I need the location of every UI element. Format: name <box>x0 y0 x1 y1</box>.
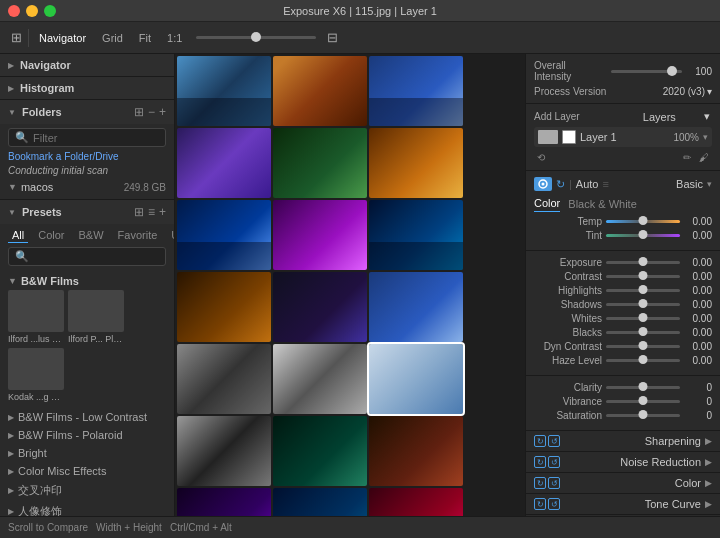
exposure-section: Exposure 0.00 Contrast 0.00 Highlights 0… <box>526 251 720 376</box>
saturation-track[interactable] <box>606 414 680 417</box>
folder-filter-input[interactable] <box>33 132 159 144</box>
photo-cell-4[interactable] <box>177 128 271 198</box>
tab-favorite[interactable]: Favorite <box>114 228 162 243</box>
histogram-header[interactable]: ▶ Histogram <box>0 77 174 99</box>
reset-icon: ↺ <box>548 477 560 489</box>
vibrance-track[interactable] <box>606 400 680 403</box>
presets-grid-icon[interactable]: ⊞ <box>134 205 144 219</box>
minimize-button[interactable] <box>26 5 38 17</box>
tone-curve-label: Tone Curve <box>564 498 701 510</box>
tint-track[interactable] <box>606 234 680 237</box>
tab-color[interactable]: Color <box>534 197 560 212</box>
shadows-track[interactable] <box>606 303 680 306</box>
preset-bright[interactable]: ▶ Bright <box>8 444 166 462</box>
preset-color-misc[interactable]: ▶ Color Misc Effects <box>8 462 166 480</box>
temp-track[interactable] <box>606 220 680 223</box>
preset-thumb-kodak[interactable]: Kodak ...g 2745 <box>8 348 64 402</box>
contrast-track[interactable] <box>606 275 680 278</box>
photo-cell-8[interactable] <box>273 200 367 270</box>
photo-cell-18[interactable] <box>369 416 463 486</box>
photo-cell-11[interactable] <box>273 272 367 342</box>
color-panel-row[interactable]: ↻ ↺ Color ▶ <box>526 473 720 494</box>
fit-btn[interactable]: Fit <box>133 30 157 46</box>
photo-cell-17[interactable] <box>273 416 367 486</box>
layer-thumbnail <box>538 130 558 144</box>
bw-films-group-header[interactable]: ▼ B&W Films <box>8 272 166 290</box>
photo-cell-1[interactable] <box>177 56 271 126</box>
photo-cell-10[interactable] <box>177 272 271 342</box>
layer-row[interactable]: Layer 1 100% ▾ <box>534 127 712 147</box>
layers-dropdown-arrow[interactable]: ▾ <box>702 110 712 123</box>
grid-btn[interactable]: Grid <box>96 30 129 46</box>
photo-cell-15-selected[interactable] <box>369 344 463 414</box>
tab-bw[interactable]: B&W <box>75 228 108 243</box>
haze-level-track[interactable] <box>606 359 680 362</box>
blacks-track[interactable] <box>606 331 680 334</box>
folder-minus-icon[interactable]: − <box>148 105 155 119</box>
folder-new-icon[interactable]: ⊞ <box>134 105 144 119</box>
photo-cell-16[interactable] <box>177 416 271 486</box>
photo-cell-5[interactable] <box>273 128 367 198</box>
highlights-track[interactable] <box>606 289 680 292</box>
presets-filter-input[interactable] <box>33 251 171 263</box>
tab-user[interactable]: User <box>167 228 175 243</box>
basic-dropdown-arrow[interactable]: ▾ <box>707 179 712 189</box>
clarity-track[interactable] <box>606 386 680 389</box>
preset-bw-polaroid[interactable]: ▶ B&W Films - Polaroid <box>8 426 166 444</box>
preset-thumb-ilford50[interactable]: Ilford P... Plus 50 <box>68 290 124 344</box>
folders-header[interactable]: ▼ Folders ⊞ − + <box>0 100 174 124</box>
navigator-header[interactable]: ▶ Navigator <box>0 54 174 76</box>
folder-item-macos[interactable]: ▼ macos 249.8 GB <box>8 179 166 195</box>
toolbar-separator <box>28 29 29 47</box>
grid-icon[interactable]: ⊞ <box>8 30 24 46</box>
photo-cell-6[interactable] <box>369 128 463 198</box>
maximize-button[interactable] <box>44 5 56 17</box>
tab-all[interactable]: All <box>8 228 28 243</box>
tone-curve-arrow: ▶ <box>705 499 712 509</box>
sync-icon[interactable]: ↻ <box>556 178 565 191</box>
navigator-btn[interactable]: Navigator <box>33 30 92 46</box>
basic-button[interactable]: Basic <box>660 178 703 190</box>
preset-thumb-ilford125[interactable]: Ilford ...lus 125 <box>8 290 64 344</box>
noise-reduction-panel-row[interactable]: ↻ ↺ Noise Reduction ▶ <box>526 452 720 473</box>
presets-plus-icon[interactable]: + <box>159 205 166 219</box>
layer-tool-1[interactable]: ⟲ <box>534 151 548 164</box>
layer-tool-pen[interactable]: ✏ <box>680 151 694 164</box>
exposure-track[interactable] <box>606 261 680 264</box>
photo-cell-21[interactable] <box>369 488 463 516</box>
tab-color[interactable]: Color <box>34 228 68 243</box>
photo-cell-20[interactable] <box>273 488 367 516</box>
preset-portrait[interactable]: ▶ 人像修饰 <box>8 501 166 516</box>
whites-track[interactable] <box>606 317 680 320</box>
photo-cell-14[interactable] <box>273 344 367 414</box>
preset-crossprocess[interactable]: ▶ 交叉冲印 <box>8 480 166 501</box>
auto-button[interactable]: Auto <box>576 178 599 190</box>
photo-cell-19[interactable] <box>177 488 271 516</box>
photo-cell-7[interactable] <box>177 200 271 270</box>
close-button[interactable] <box>8 5 20 17</box>
sharpening-panel-row[interactable]: ↻ ↺ Sharpening ▶ <box>526 431 720 452</box>
photo-cell-2[interactable] <box>273 56 367 126</box>
photo-cell-9[interactable] <box>369 200 463 270</box>
process-dropdown-arrow[interactable]: ▾ <box>707 86 712 97</box>
layer-tool-paint[interactable]: 🖌 <box>696 151 712 164</box>
dyn-contrast-track[interactable] <box>606 345 680 348</box>
photo-cell-13[interactable] <box>177 344 271 414</box>
tone-curve-panel-row[interactable]: ↻ ↺ Tone Curve ▶ <box>526 494 720 515</box>
layer-opacity-arrow[interactable]: ▾ <box>703 132 708 142</box>
folder-plus-icon[interactable]: + <box>159 105 166 119</box>
grid-large-icon[interactable]: ⊟ <box>324 30 340 46</box>
reset-icon: ↺ <box>548 456 560 468</box>
presets-list-icon[interactable]: ≡ <box>148 205 155 219</box>
tab-bw[interactable]: Black & White <box>568 198 636 212</box>
mode-sep: | <box>569 178 572 190</box>
photo-cell-12[interactable] <box>369 272 463 342</box>
presets-header[interactable]: ▼ Presets ⊞ ≡ + <box>0 200 174 224</box>
ratio-btn[interactable]: 1:1 <box>161 30 188 46</box>
intensity-slider[interactable] <box>611 70 682 73</box>
process-row: Process Version 2020 (v3) ▾ <box>534 86 712 97</box>
preset-bw-low-contrast[interactable]: ▶ B&W Films - Low Contrast <box>8 408 166 426</box>
thumbnail-size-slider[interactable] <box>196 36 316 39</box>
photo-cell-3[interactable] <box>369 56 463 126</box>
bookmark-folder-link[interactable]: Bookmark a Folder/Drive <box>8 151 166 162</box>
